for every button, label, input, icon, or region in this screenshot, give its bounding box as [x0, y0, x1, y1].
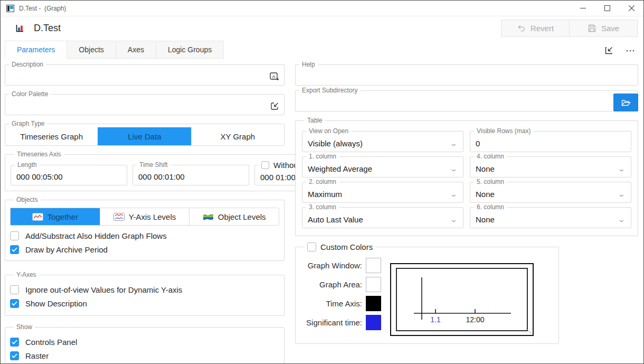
y-axes-label: Y-Axes	[14, 271, 39, 278]
window-title: D.Test - (Graph)	[19, 5, 66, 12]
checkbox-show-description[interactable]: Show Description	[10, 297, 279, 309]
view-on-open-field: View on Open Visible (always) ⌄	[302, 127, 463, 152]
checkbox-checked-icon	[10, 351, 19, 360]
description-field: Description A	[5, 61, 285, 86]
checkbox-raster[interactable]: Raster	[10, 350, 279, 361]
object-levels-icon	[203, 213, 214, 221]
chevron-down-icon: ⌄	[450, 216, 458, 223]
objects-label: Objects	[14, 196, 41, 203]
visible-rows-input[interactable]	[470, 135, 631, 152]
column-1-field: 1. column Weighted Average ⌄	[302, 153, 463, 178]
column-6-field: 6. column None ⌄	[470, 203, 631, 228]
minimize-icon[interactable]	[571, 1, 595, 16]
titlebar: D.Test - (Graph)	[1, 1, 643, 16]
chevron-down-icon: ⌄	[618, 165, 626, 173]
column-1-dropdown[interactable]: Weighted Average ⌄	[302, 160, 463, 177]
color-palette-field: Color Palette	[5, 90, 285, 115]
bar-chart-icon	[15, 23, 25, 33]
more-options-icon[interactable]: ⋯	[626, 48, 635, 54]
color-palette-input[interactable]	[5, 98, 284, 115]
show-label: Show	[14, 323, 35, 331]
column-3-dropdown[interactable]: Auto Last Value ⌄	[302, 211, 463, 228]
graph-area-color-swatch[interactable]	[366, 277, 381, 292]
tab-objects[interactable]: Objects	[67, 41, 116, 59]
table-group: Table View on Open Visible (always) ⌄ Vi…	[295, 117, 638, 236]
length-label: Length	[15, 161, 40, 169]
column-4-dropdown[interactable]: None ⌄	[470, 160, 631, 177]
color-palette-label: Color Palette	[9, 90, 51, 98]
column-5-dropdown[interactable]: None ⌄	[470, 185, 631, 202]
column-4-field: 4. column None ⌄	[470, 153, 631, 178]
together-icon	[32, 213, 43, 221]
preview-tick-2: 12:00	[466, 315, 484, 324]
page-title: D.Test	[34, 23, 61, 34]
save-button[interactable]: Save	[569, 20, 638, 37]
pop-in-icon[interactable]	[604, 45, 614, 55]
color-row-graph-area: Graph Area:	[302, 275, 381, 294]
tab-axes[interactable]: Axes	[116, 41, 156, 59]
tab-strip: Parameters Objects Axes Logic Groups ⋯	[1, 40, 643, 59]
close-icon[interactable]	[619, 1, 643, 16]
axis-preview-canvas: 1.1 12:00	[396, 268, 528, 331]
column-2-dropdown[interactable]: Maximum ⌄	[302, 185, 463, 202]
tab-parameters[interactable]: Parameters	[5, 41, 67, 59]
length-input[interactable]	[11, 169, 127, 184]
checkbox-add-substract-hidden-flows[interactable]: Add/Substract Also Hidden Graph Flows	[10, 230, 279, 241]
table-label: Table	[305, 117, 325, 124]
graph-type-live-data[interactable]: Live Data	[98, 127, 191, 145]
edit-text-icon[interactable]: A	[269, 71, 280, 82]
revert-button[interactable]: Revert	[501, 20, 570, 37]
view-on-open-dropdown[interactable]: Visible (always) ⌄	[302, 135, 463, 152]
checkbox-icon	[307, 242, 316, 251]
checkbox-draw-by-archive-period[interactable]: Draw by Archive Period	[10, 244, 279, 255]
chevron-down-icon: ⌄	[450, 139, 458, 147]
significant-time-color-swatch[interactable]	[366, 315, 381, 330]
help-input[interactable]	[296, 68, 638, 85]
checkbox-checked-icon	[10, 245, 19, 254]
timeseries-axis-label: Timeseries Axis	[14, 151, 64, 158]
time-shift-input[interactable]	[133, 169, 249, 184]
column-2-field: 2. column Maximum ⌄	[302, 178, 463, 203]
objects-object-levels[interactable]: Object Levels	[189, 208, 279, 225]
visible-rows-field: Visible Rows (max)	[470, 127, 631, 152]
checkbox-icon	[10, 285, 19, 294]
checkbox-ignore-out-of-view[interactable]: Ignore out-of-view Values for Dynamic Y-…	[10, 284, 279, 295]
column-5-field: 5. column None ⌄	[470, 178, 631, 203]
tab-logic-groups[interactable]: Logic Groups	[156, 41, 224, 59]
checkbox-checked-icon	[10, 338, 19, 347]
time-shift-label: Time Shift	[137, 161, 171, 169]
y-axes-group: Y-Axes Ignore out-of-view Values for Dyn…	[5, 271, 285, 316]
floppy-disk-icon	[588, 24, 596, 33]
checkbox-controls-panel[interactable]: Controls Panel	[10, 336, 279, 348]
graph-type-timeseries[interactable]: Timeseries Graph	[5, 127, 98, 145]
undo-icon	[517, 24, 526, 33]
objects-y-axis-levels[interactable]: Y-Axis Levels	[100, 208, 190, 225]
description-label: Description	[9, 61, 46, 68]
objects-group: Objects Together	[5, 196, 285, 261]
help-field: Help	[295, 61, 638, 86]
svg-text:A: A	[272, 74, 275, 79]
time-axis-color-swatch[interactable]	[366, 296, 381, 311]
pick-palette-icon[interactable]	[270, 101, 280, 111]
browse-folder-button[interactable]	[613, 94, 638, 111]
export-subdirectory-input[interactable]	[296, 94, 611, 111]
objects-together[interactable]: Together	[11, 208, 100, 225]
description-input[interactable]	[5, 68, 284, 85]
color-row-graph-window: Graph Window:	[302, 256, 381, 275]
column-6-dropdown[interactable]: None ⌄	[470, 211, 631, 228]
show-group: Show Controls Panel Raster Pointer	[5, 323, 285, 364]
graph-window-color-swatch[interactable]	[366, 258, 381, 273]
custom-colors-group: Custom Colors Graph Window: Graph Area:	[295, 242, 559, 344]
resize-gripper[interactable]	[526, 328, 532, 334]
checkbox-icon	[261, 161, 269, 169]
graph-type-xy[interactable]: XY Graph	[191, 127, 284, 145]
color-row-time-axis: Time Axis:	[302, 294, 381, 313]
y-axis-levels-icon	[113, 213, 125, 221]
export-subdirectory-label: Export Subdirectory	[299, 87, 360, 94]
graph-type-group: Graph Type Timeseries Graph Live Data XY…	[5, 120, 285, 146]
maximize-icon[interactable]	[595, 1, 619, 16]
custom-colors-checkbox[interactable]: Custom Colors	[307, 242, 373, 251]
chevron-down-icon: ⌄	[450, 190, 458, 198]
column-3-field: 3. column Auto Last Value ⌄	[302, 203, 463, 228]
app-icon	[6, 5, 14, 12]
